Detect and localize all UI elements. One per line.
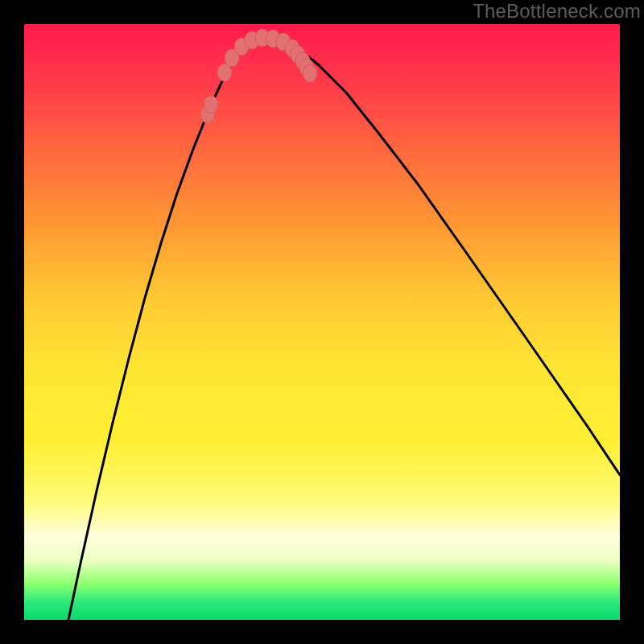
- data-marker: [303, 64, 317, 82]
- bottleneck-curve: [68, 38, 620, 620]
- plot-area: [24, 24, 620, 620]
- data-marker: [204, 96, 218, 114]
- chart-svg: [24, 24, 620, 620]
- chart-frame: TheBottleneck.com: [0, 0, 644, 644]
- watermark-text: TheBottleneck.com: [473, 0, 641, 23]
